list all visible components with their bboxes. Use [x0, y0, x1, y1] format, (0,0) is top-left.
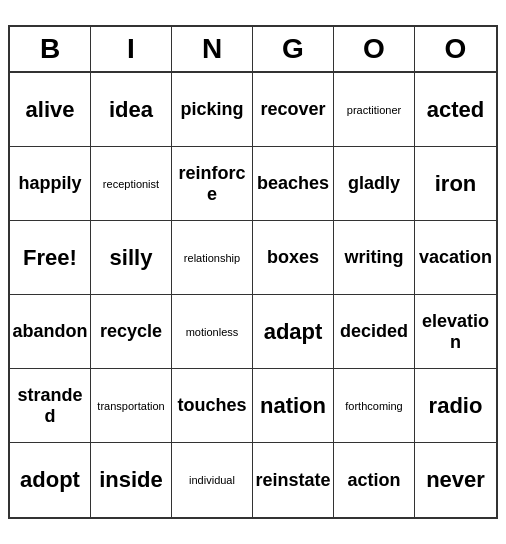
cell-text-r3-c2: motionless	[186, 326, 239, 338]
cell-text-r1-c1: receptionist	[103, 178, 159, 190]
cell-text-r5-c4: action	[347, 470, 400, 491]
cell-r0-c0: alive	[10, 73, 91, 147]
cell-r2-c1: silly	[91, 221, 172, 295]
cell-r0-c3: recover	[253, 73, 334, 147]
cell-r5-c0: adopt	[10, 443, 91, 517]
bingo-card: BINGOO aliveideapickingrecoverpractition…	[8, 25, 498, 519]
cell-text-r5-c5: never	[426, 467, 485, 493]
cell-r1-c1: receptionist	[91, 147, 172, 221]
cell-text-r2-c5: vacation	[419, 247, 492, 268]
cell-r4-c4: forthcoming	[334, 369, 415, 443]
cell-text-r3-c3: adapt	[264, 319, 323, 345]
cell-r4-c3: nation	[253, 369, 334, 443]
cell-text-r3-c4: decided	[340, 321, 408, 342]
cell-text-r5-c3: reinstate	[255, 470, 330, 491]
cell-r4-c5: radio	[415, 369, 496, 443]
cell-text-r0-c2: picking	[180, 99, 243, 120]
cell-r2-c5: vacation	[415, 221, 496, 295]
cell-r3-c1: recycle	[91, 295, 172, 369]
cell-text-r5-c0: adopt	[20, 467, 80, 493]
cell-text-r0-c3: recover	[260, 99, 325, 120]
cell-text-r3-c1: recycle	[100, 321, 162, 342]
cell-text-r1-c4: gladly	[348, 173, 400, 194]
cell-r0-c1: idea	[91, 73, 172, 147]
cell-r3-c3: adapt	[253, 295, 334, 369]
cell-r5-c5: never	[415, 443, 496, 517]
header-cell-0: B	[10, 27, 91, 71]
cell-text-r1-c0: happily	[18, 173, 81, 194]
cell-r4-c1: transportation	[91, 369, 172, 443]
cell-text-r1-c2: reinforce	[174, 163, 250, 205]
cell-text-r3-c5: elevation	[417, 311, 494, 353]
cell-text-r5-c2: individual	[189, 474, 235, 486]
cell-text-r4-c4: forthcoming	[345, 400, 402, 412]
header-cell-1: I	[91, 27, 172, 71]
bingo-grid: aliveideapickingrecoverpractitioneracted…	[10, 73, 496, 517]
cell-text-r2-c1: silly	[110, 245, 153, 271]
cell-r2-c4: writing	[334, 221, 415, 295]
cell-r1-c3: beaches	[253, 147, 334, 221]
cell-r4-c0: stranded	[10, 369, 91, 443]
cell-text-r3-c0: abandon	[13, 321, 88, 342]
cell-r5-c3: reinstate	[253, 443, 334, 517]
cell-r2-c0: Free!	[10, 221, 91, 295]
cell-text-r2-c0: Free!	[23, 245, 77, 271]
cell-r0-c4: practitioner	[334, 73, 415, 147]
cell-text-r1-c5: iron	[435, 171, 477, 197]
cell-r2-c3: boxes	[253, 221, 334, 295]
cell-text-r4-c3: nation	[260, 393, 326, 419]
cell-r5-c1: inside	[91, 443, 172, 517]
cell-r3-c2: motionless	[172, 295, 253, 369]
cell-text-r2-c3: boxes	[267, 247, 319, 268]
header-cell-5: O	[415, 27, 496, 71]
cell-r1-c0: happily	[10, 147, 91, 221]
cell-r2-c2: relationship	[172, 221, 253, 295]
cell-text-r5-c1: inside	[99, 467, 163, 493]
cell-r5-c2: individual	[172, 443, 253, 517]
cell-r1-c5: iron	[415, 147, 496, 221]
cell-text-r0-c4: practitioner	[347, 104, 401, 116]
cell-r0-c5: acted	[415, 73, 496, 147]
cell-r3-c0: abandon	[10, 295, 91, 369]
header-cell-3: G	[253, 27, 334, 71]
cell-text-r1-c3: beaches	[257, 173, 329, 194]
cell-text-r0-c1: idea	[109, 97, 153, 123]
cell-text-r4-c1: transportation	[97, 400, 164, 412]
cell-text-r0-c0: alive	[26, 97, 75, 123]
cell-r1-c2: reinforce	[172, 147, 253, 221]
cell-text-r2-c2: relationship	[184, 252, 240, 264]
cell-r0-c2: picking	[172, 73, 253, 147]
cell-r3-c4: decided	[334, 295, 415, 369]
header-row: BINGOO	[10, 27, 496, 73]
cell-r4-c2: touches	[172, 369, 253, 443]
cell-text-r4-c5: radio	[429, 393, 483, 419]
cell-r1-c4: gladly	[334, 147, 415, 221]
header-cell-2: N	[172, 27, 253, 71]
cell-text-r2-c4: writing	[345, 247, 404, 268]
cell-text-r4-c0: stranded	[12, 385, 88, 427]
cell-r3-c5: elevation	[415, 295, 496, 369]
cell-r5-c4: action	[334, 443, 415, 517]
header-cell-4: O	[334, 27, 415, 71]
cell-text-r4-c2: touches	[177, 395, 246, 416]
cell-text-r0-c5: acted	[427, 97, 484, 123]
